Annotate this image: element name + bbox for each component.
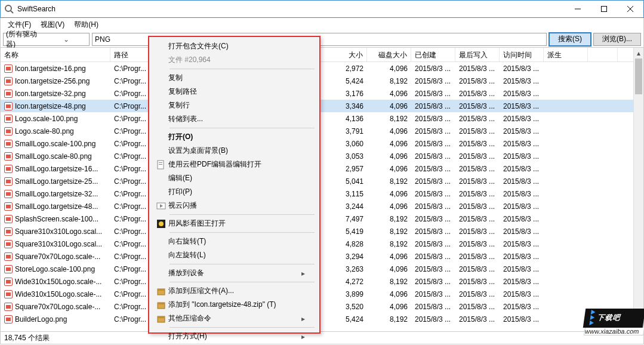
cell-path: C:\Progr...	[110, 165, 152, 173]
ctx-rotate-left[interactable]: 向左旋转(L)	[149, 248, 319, 262]
browse-button[interactable]: 浏览(B)...	[593, 33, 641, 46]
ctx-zip-add[interactable]: 添加到压缩文件(A)...	[149, 284, 319, 298]
cell-created: 2015/8/3 ...	[411, 190, 455, 198]
separator	[170, 327, 315, 328]
svg-line-1	[11, 11, 13, 13]
cell-disk: 4,096	[367, 127, 411, 135]
col-created[interactable]: 已创建	[411, 48, 455, 61]
vertical-scrollbar[interactable]: ▴ ▾	[633, 48, 643, 331]
cell-name: Icon.targetsize-16.png	[15, 64, 86, 73]
col-accessed[interactable]: 访问时间	[500, 48, 544, 61]
cell-modified: 2015/8/3 ...	[455, 315, 500, 324]
ctx-rotate-right[interactable]: 向右旋转(T)	[149, 235, 319, 248]
cell-created: 2015/8/3 ...	[411, 252, 455, 261]
cell-accessed: 2015/8/3 ...	[500, 240, 544, 248]
cell-accessed: 2015/8/3 ...	[500, 190, 544, 198]
ctx-copy-row[interactable]: 复制行	[149, 98, 319, 112]
file-icon	[4, 278, 13, 286]
ctx-open[interactable]: 打开(O)	[149, 130, 319, 144]
ctx-zip-other[interactable]: 其他压缩命令▸	[149, 312, 319, 325]
search-button[interactable]: 搜索(S)	[549, 33, 591, 46]
cell-path: C:\Progr...	[110, 127, 152, 135]
ctx-zip-named[interactable]: 添加到 "Icon.targetsize-48.zip" (T)	[149, 298, 319, 312]
file-icon	[4, 177, 13, 186]
col-modified[interactable]: 最后写入	[455, 48, 500, 61]
cell-created: 2015/8/3 ...	[411, 102, 455, 110]
cell-path: C:\Progr...	[110, 252, 152, 261]
cell-accessed: 2015/8/3 ...	[500, 290, 544, 298]
cell-path: C:\Progr...	[110, 152, 152, 161]
cell-path: C:\Progr...	[110, 290, 152, 298]
col-path[interactable]: 路径	[110, 48, 152, 61]
cell-accessed: 2015/8/3 ...	[500, 227, 544, 236]
cell-accessed: 2015/8/3 ...	[500, 64, 544, 73]
cell-accessed: 2015/8/3 ...	[500, 278, 544, 286]
ctx-edit[interactable]: 编辑(E)	[149, 171, 319, 185]
svg-rect-8	[159, 164, 162, 165]
cell-disk: 4,096	[367, 90, 411, 98]
cell-disk: 8,192	[367, 227, 411, 236]
cell-path: C:\Progr...	[110, 215, 152, 223]
cell-path: C:\Progr...	[110, 64, 152, 73]
cell-disk: 4,096	[367, 202, 411, 211]
svg-rect-7	[159, 162, 162, 163]
ctx-shanbo[interactable]: 视云闪播	[149, 199, 319, 212]
ctx-fengying[interactable]: 用风影看图王打开	[149, 217, 319, 230]
file-icon	[4, 127, 13, 135]
ctx-open-with[interactable]: 打开方式(H)▸	[149, 329, 319, 343]
status-bar: 18,745 个结果	[0, 332, 644, 344]
maximize-button[interactable]	[591, 1, 617, 17]
cell-created: 2015/8/3 ...	[411, 265, 455, 273]
cell-name: BuilderLogo.png	[15, 315, 67, 324]
file-icon	[4, 165, 13, 173]
ctx-print[interactable]: 打印(P)	[149, 185, 319, 199]
chevron-right-icon: ▸	[301, 332, 305, 341]
ctx-file-count: 文件 #20,964	[149, 53, 319, 67]
ctx-open-containing[interactable]: 打开包含文件夹(C)	[149, 39, 319, 53]
scroll-down-icon[interactable]: ▾	[634, 321, 643, 331]
cell-created: 2015/8/3 ...	[411, 227, 455, 236]
cell-accessed: 2015/8/3 ...	[500, 77, 544, 85]
ctx-set-bg[interactable]: 设置为桌面背景(B)	[149, 144, 319, 158]
archive-icon	[154, 300, 168, 310]
minimize-button[interactable]	[565, 1, 591, 17]
ctx-copy[interactable]: 复制	[149, 71, 319, 85]
cell-disk: 4,096	[367, 290, 411, 298]
separator	[170, 69, 315, 69]
cell-accessed: 2015/8/3 ...	[500, 140, 544, 148]
chevron-right-icon: ▸	[301, 269, 305, 278]
svg-rect-16	[158, 303, 165, 304]
file-icon	[4, 240, 13, 248]
cell-path: C:\Progr...	[110, 227, 152, 236]
cell-created: 2015/8/3 ...	[411, 90, 455, 98]
svg-point-12	[159, 221, 164, 226]
menu-help[interactable]: 帮助(H)	[69, 19, 103, 31]
cell-disk: 4,096	[367, 190, 411, 198]
cell-modified: 2015/8/3 ...	[455, 290, 500, 298]
ctx-cast[interactable]: 播放到设备▸	[149, 266, 319, 280]
col-derived[interactable]: 派生	[544, 48, 588, 61]
cell-name: SmallLogo.targetsize-48...	[15, 202, 98, 211]
ctx-dump-table[interactable]: 转储到表...	[149, 112, 319, 126]
drive-select[interactable]: (所有驱动器) ⌄	[3, 33, 90, 46]
col-disk[interactable]: 磁盘大小	[367, 48, 411, 61]
cell-name: Square70x70Logo.scale-...	[15, 252, 100, 261]
cell-created: 2015/8/3 ...	[411, 315, 455, 324]
svg-rect-18	[158, 316, 165, 318]
cell-modified: 2015/8/3 ...	[455, 190, 500, 198]
cell-name: SmallLogo.targetsize-32...	[15, 190, 98, 198]
close-button[interactable]	[617, 1, 643, 17]
video-icon	[154, 201, 168, 211]
cell-created: 2015/8/3 ...	[411, 127, 455, 135]
ctx-copy-path[interactable]: 复制路径	[149, 85, 319, 98]
file-icon	[4, 265, 13, 273]
file-icon	[4, 227, 13, 236]
col-name[interactable]: 名称	[1, 48, 110, 61]
file-icon	[4, 190, 13, 198]
scroll-up-icon[interactable]: ▴	[634, 48, 643, 58]
cell-name: Icon.targetsize-32.png	[15, 90, 86, 98]
ctx-pdf-edit[interactable]: 使用云橙PDF编辑器编辑打开	[149, 158, 319, 171]
scroll-thumb[interactable]	[635, 58, 642, 94]
cell-path: C:\Progr...	[110, 77, 152, 85]
file-icon	[4, 315, 13, 324]
